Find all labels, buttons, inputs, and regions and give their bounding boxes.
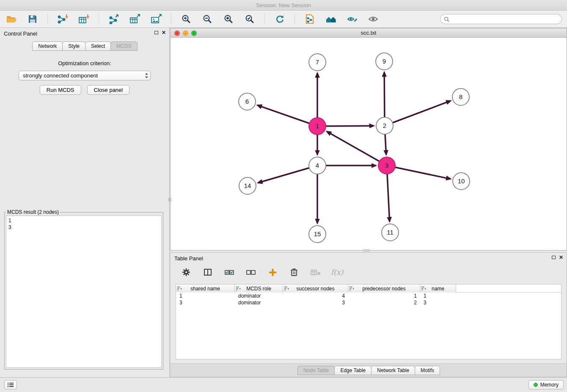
tab-motifs[interactable]: Motifs — [415, 366, 440, 375]
delete-column-button[interactable] — [288, 266, 300, 279]
float-table-panel-icon[interactable] — [552, 256, 556, 259]
add-column-button[interactable] — [266, 266, 279, 279]
cell-mcds-role[interactable]: dominator — [235, 299, 283, 306]
table-body: 1dominator4113dominator323 — [176, 293, 561, 306]
open-session-button[interactable] — [5, 13, 18, 25]
graph-node-6[interactable]: 6 — [239, 93, 256, 110]
save-session-button[interactable] — [26, 13, 39, 25]
network-window-title: scc.txt — [171, 28, 567, 38]
column-header-mcds-role[interactable]: MCDS role — [235, 284, 283, 293]
checked-boxes-icon — [225, 269, 234, 275]
split-table-view-button[interactable] — [201, 266, 214, 279]
cell-name[interactable]: 3 — [420, 299, 456, 306]
column-header-shared-name[interactable]: shared name — [176, 284, 235, 293]
network-graph: 7968124314101511 — [171, 38, 567, 251]
graph-node-14[interactable]: 14 — [239, 177, 256, 194]
tab-style[interactable]: Style — [62, 41, 85, 51]
tab-edge-table[interactable]: Edge Table — [334, 366, 372, 375]
graph-node-4[interactable]: 4 — [309, 157, 326, 174]
graph-node-2[interactable]: 2 — [376, 117, 393, 134]
tab-network-table[interactable]: Network Table — [371, 366, 415, 375]
graphics-details-button[interactable] — [346, 13, 358, 25]
cell-name[interactable]: 1 — [420, 293, 456, 299]
graph-edge-1-6[interactable] — [258, 105, 317, 126]
cell-shared-name[interactable]: 3 — [176, 299, 235, 306]
export-table-button[interactable] — [129, 13, 141, 25]
import-table-button[interactable] — [77, 13, 90, 25]
cell-successor-nodes[interactable]: 3 — [283, 299, 348, 306]
graph-node-label: 10 — [458, 177, 465, 185]
zoom-selected-button[interactable] — [243, 13, 256, 25]
deselect-all-columns-button[interactable] — [245, 266, 257, 279]
horizontal-splitter-handle[interactable] — [363, 249, 370, 252]
search-input[interactable] — [451, 16, 558, 22]
minimize-window-icon[interactable]: − — [183, 30, 188, 36]
zoom-fit-button[interactable] — [222, 13, 235, 25]
memory-button[interactable]: Memory — [528, 380, 564, 389]
graph-node-7[interactable]: 7 — [309, 54, 326, 71]
graph-node-11[interactable]: 11 — [382, 224, 399, 241]
graph-edge-3-10[interactable] — [387, 166, 451, 179]
status-bar: Memory — [0, 377, 567, 392]
close-panel-icon[interactable]: ✕ — [162, 30, 166, 35]
graph-edge-2-8[interactable] — [385, 101, 451, 126]
cell-successor-nodes[interactable]: 4 — [283, 293, 348, 299]
close-table-panel-icon[interactable]: ✕ — [559, 255, 563, 259]
split-view-icon — [204, 268, 212, 276]
close-panel-button[interactable]: Close panel — [87, 85, 130, 95]
table-row[interactable]: 3dominator323 — [176, 299, 561, 306]
column-header-successor-nodes[interactable]: successor nodes — [283, 284, 348, 293]
open-from-ndex-button[interactable] — [303, 13, 316, 25]
cell-predecessor-nodes[interactable]: 1 — [348, 293, 420, 299]
float-panel-icon[interactable] — [154, 31, 158, 34]
graph-node-1[interactable]: 1 — [309, 118, 326, 135]
tab-mcds[interactable]: MCDS — [110, 41, 137, 51]
network-canvas[interactable]: 7968124314101511 — [171, 38, 567, 250]
search-box — [440, 14, 562, 24]
search-icon — [444, 17, 449, 22]
refresh-view-button[interactable] — [273, 13, 286, 25]
tab-network[interactable]: Network — [32, 41, 63, 51]
graph-node-3[interactable]: 3 — [378, 157, 395, 174]
mcds-result-value: 1 — [8, 217, 159, 224]
show-hide-details-button[interactable] — [367, 13, 380, 25]
memory-status-icon — [534, 383, 538, 387]
cell-predecessor-nodes[interactable]: 2 — [348, 299, 420, 306]
task-history-button[interactable] — [4, 380, 17, 389]
graph-node-10[interactable]: 10 — [453, 173, 470, 190]
control-panel-tabs: NetworkStyleSelectMCDS — [0, 41, 169, 51]
optimization-criterion-select[interactable]: strongly connected component — [19, 71, 151, 80]
list-icon — [7, 382, 14, 387]
memory-label: Memory — [540, 382, 559, 388]
export-network-icon — [108, 14, 119, 24]
panel-splitter-handle[interactable] — [168, 198, 171, 204]
export-network-button[interactable] — [107, 13, 120, 25]
select-all-columns-button[interactable] — [223, 266, 236, 279]
run-mcds-button[interactable]: Run MCDS — [40, 85, 81, 95]
function-builder-button[interactable]: f(x) — [331, 266, 343, 279]
cell-mcds-role[interactable]: dominator — [235, 293, 283, 299]
column-header-predecessor-nodes[interactable]: predecessor nodes — [348, 284, 420, 293]
graph-edge-4-14[interactable] — [258, 166, 317, 183]
tab-select[interactable]: Select — [85, 41, 111, 51]
tab-node-table[interactable]: Node Table — [297, 366, 335, 375]
graph-edge-3-1[interactable] — [327, 132, 387, 166]
graph-node-label: 9 — [383, 58, 386, 65]
zoom-out-button[interactable] — [201, 13, 214, 25]
maximize-window-icon[interactable]: + — [191, 30, 197, 36]
optimization-criterion-label: Optimization criterion: — [0, 60, 169, 66]
column-header-name[interactable]: name — [420, 284, 456, 293]
export-image-button[interactable] — [150, 13, 162, 25]
delete-table-button[interactable] — [309, 266, 322, 279]
close-window-icon[interactable]: ✕ — [174, 30, 180, 36]
graph-node-8[interactable]: 8 — [452, 88, 469, 105]
save-to-ndex-button[interactable] — [325, 13, 337, 25]
table-row[interactable]: 1dominator411 — [176, 293, 561, 299]
graph-node-9[interactable]: 9 — [376, 53, 393, 70]
graph-node-label: 7 — [316, 58, 319, 66]
graph-node-15[interactable]: 15 — [309, 226, 326, 243]
import-network-button[interactable] — [56, 13, 69, 25]
cell-shared-name[interactable]: 1 — [176, 293, 235, 299]
table-settings-button[interactable] — [180, 266, 193, 279]
zoom-in-button[interactable] — [180, 13, 193, 25]
